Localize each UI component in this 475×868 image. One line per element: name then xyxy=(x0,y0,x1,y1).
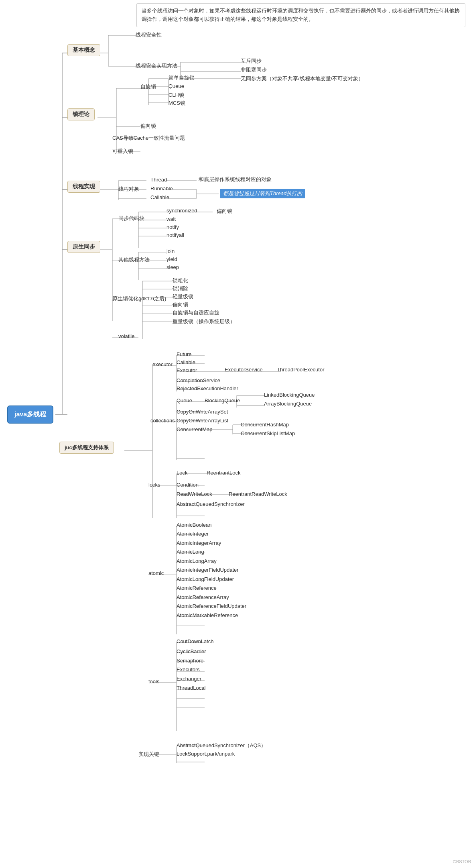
runnable-item: Runnable xyxy=(150,185,173,192)
category-juc: juc多线程支持体系 xyxy=(59,442,114,454)
mcs-lock: MCS锁 xyxy=(168,100,185,107)
callable-exec: Callable xyxy=(177,359,195,365)
cat-label-1: 锁理论 xyxy=(73,111,89,117)
cat-label-3: 原生同步 xyxy=(73,243,95,250)
countdown-latch: CoutDownLatch xyxy=(177,638,214,644)
queue-spin: Queue xyxy=(168,83,184,89)
clh-lock: CLH锁 xyxy=(168,92,184,99)
thread-obj: 线程对象 xyxy=(118,185,139,193)
atomic-markable-reference: AtomicMarkableReference xyxy=(177,612,238,618)
locks-label: locks xyxy=(148,482,160,488)
volatile-item: volatile xyxy=(118,333,134,339)
atomic-long-field-updater: AtomicLongFieldUpdater xyxy=(177,576,234,582)
atomic-long: AtomicLong xyxy=(177,549,204,555)
concurrent-map: ConcurrentMap xyxy=(177,426,213,432)
atomic-long-array: AtomicLongArray xyxy=(177,558,217,564)
callable-item: Callable xyxy=(150,194,169,200)
completion-service: CompletionService xyxy=(177,377,220,383)
cat-label-4: juc多线程支持体系 xyxy=(65,444,109,450)
impl-key-label: 实现关键 xyxy=(138,751,159,758)
collections-label: collections xyxy=(150,418,175,424)
simple-spin: 简单自旋锁 xyxy=(168,74,195,82)
info-box: 当多个线程访问一个对象时，如果不考虑这些线程运行时环境的调度和交替执行，也不需要… xyxy=(136,3,465,27)
lock-support: LockSupport.park/unpark xyxy=(177,751,235,757)
atomic-reference: AtomicReference xyxy=(177,585,217,591)
notifyall-item: notifyall xyxy=(166,232,184,238)
category-yuansheng: 原生同步 xyxy=(67,241,100,253)
cat-label-0: 基本概念 xyxy=(73,47,95,53)
lock-elim: 锁消除 xyxy=(173,285,188,292)
copy-on-write-set: CopyOnWriteArraySet xyxy=(177,409,228,415)
linked-bq: LinkedBlockingQueue xyxy=(264,392,315,398)
reentrant-lock2: ReentrantLock xyxy=(207,470,241,476)
mind-map-container: java多线程 当多个线程访问一个对象时，如果不考虑这些线程运行时环境的调度和交… xyxy=(0,0,475,868)
cat-label-2: 线程实现 xyxy=(73,183,95,189)
no-sync: 无同步方案（对象不共享/线程本地变量/不可变对象） xyxy=(241,75,363,82)
other-methods: 其他线程方法 xyxy=(118,256,150,263)
cyclic-barrier: CyclicBarrier xyxy=(177,648,206,654)
semaphore-item: Semaphore xyxy=(177,658,203,664)
lock-coarse: 锁粗化 xyxy=(173,277,188,284)
reentrant-lock: 可重入锁 xyxy=(112,148,133,155)
biased-lock: 偏向锁 xyxy=(140,122,156,130)
lock-item: Lock xyxy=(177,470,187,476)
read-write-lock: ReadWriteLock xyxy=(177,491,212,497)
connector-lines xyxy=(0,0,475,868)
thread-safety: 线程安全性 xyxy=(136,31,162,39)
atomic-reference-array: AtomicReferenceArray xyxy=(177,594,229,600)
executor-label: executor xyxy=(152,361,173,367)
executor-service: ExecutorService xyxy=(225,367,263,373)
native-opt: 原生锁优化(jdk1.6之后) xyxy=(112,295,166,302)
concurrent-skip-list-map: ConcurrentSkipListMap xyxy=(241,430,295,436)
atomic-label: atomic xyxy=(148,570,164,576)
info-text: 当多个线程访问一个对象时，如果不考虑这些线程运行时环境的调度和交替执行，也不需要… xyxy=(142,8,460,22)
tools-label: tools xyxy=(148,679,159,685)
category-xiancheng: 线程实现 xyxy=(67,181,100,193)
thread-local: ThreadLocal xyxy=(177,685,205,691)
rejected-handler: RejectedExecutionHandler xyxy=(177,385,238,391)
impl-methods: 线程安全实现方法 xyxy=(136,62,177,69)
heavy-lock: 重量级锁（操作系统层级） xyxy=(173,318,235,325)
biased-lock3: 偏向锁 xyxy=(173,301,188,308)
array-bq: ArrayBlockingQueue xyxy=(264,401,312,407)
atomic-integer: AtomicInteger xyxy=(177,531,209,537)
blocking-queue: BlockingQueue xyxy=(205,397,240,403)
biased-lock2: 偏向锁 xyxy=(217,208,232,215)
thread-desc: 和底层操作系统线程对应的对象 xyxy=(199,176,272,183)
executors-item: Executors xyxy=(177,666,200,672)
atomic-int-field-updater: AtomicIntegerFieldUpdater xyxy=(177,567,239,573)
category-suoli: 锁理论 xyxy=(67,108,95,120)
mutual-sync: 互斥同步 xyxy=(241,57,262,65)
category-jibengl: 基本概念 xyxy=(67,44,100,56)
aqs-impl: AbstractQueuedSynchronizer（AQS） xyxy=(177,742,266,749)
executor-item: Executor xyxy=(177,367,197,373)
yield-item: yield xyxy=(166,256,177,262)
root-label: java多线程 xyxy=(14,411,46,418)
root-node: java多线程 xyxy=(7,405,53,424)
concurrent-hash-map: ConcurrentHashMap xyxy=(241,422,289,428)
sync-block: 同步代码块 xyxy=(118,215,144,222)
spinlock-label: 自旋锁 xyxy=(140,83,156,90)
future-item: Future xyxy=(177,351,192,357)
spin-adaptive: 自旋锁与自适应自旋 xyxy=(173,309,219,316)
atomic-reference-field-updater: AtomicReferenceFieldUpdater xyxy=(177,603,246,609)
join-item: join xyxy=(166,248,175,254)
lightweight-lock: 轻量级锁 xyxy=(173,293,193,300)
non-blocking-sync: 非阻塞同步 xyxy=(241,66,267,73)
thread-item: Thread xyxy=(150,177,167,183)
condition-item: Condition xyxy=(177,482,199,488)
atomic-integer-array: AtomicIntegerArray xyxy=(177,540,221,546)
watermark: ©BSTOB xyxy=(453,859,471,864)
exchanger-item: Exchanger xyxy=(177,676,201,682)
aqs-item: AbstractQueuedSynchronizer xyxy=(177,501,245,507)
copy-on-write-list: CopyOnWriteArrayList xyxy=(177,418,228,424)
queue-item: Queue xyxy=(177,397,192,403)
thread-pool-executor: ThreadPoolExecutor xyxy=(277,367,325,373)
synchronized-item: synchronized xyxy=(166,208,197,214)
highlight-box: 都是通过通过封装到Thread执行的 xyxy=(220,189,305,198)
reentrant-rw-lock: ReentrantReadWriteLock xyxy=(229,491,287,497)
wait-item: wait xyxy=(166,216,176,222)
cas-cache: CAS导致Cache一致性流量问题 xyxy=(112,134,185,142)
atomic-boolean: AtomicBoolean xyxy=(177,522,211,528)
notify-item: notify xyxy=(166,224,179,230)
